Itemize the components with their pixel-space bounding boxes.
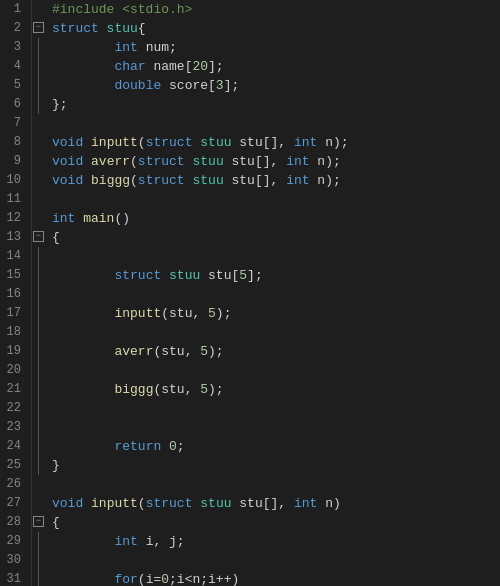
token: stuu bbox=[192, 154, 223, 169]
token: biggg bbox=[91, 173, 130, 188]
fold-vertical-line bbox=[38, 304, 39, 323]
gutter-row: − bbox=[32, 513, 46, 532]
code-line: struct stuu{ bbox=[52, 19, 500, 38]
gutter-row bbox=[32, 551, 46, 570]
token: inputt bbox=[91, 496, 138, 511]
token: stuu bbox=[200, 496, 231, 511]
token: 5 bbox=[200, 344, 208, 359]
token: { bbox=[52, 230, 60, 245]
line-number: 8 bbox=[0, 133, 25, 152]
line-number: 27 bbox=[0, 494, 25, 513]
line-number: 16 bbox=[0, 285, 25, 304]
token: ( bbox=[138, 135, 146, 150]
gutter-row bbox=[32, 152, 46, 171]
token: struct bbox=[52, 21, 107, 36]
code-line bbox=[52, 418, 500, 437]
code-line bbox=[52, 475, 500, 494]
line-number: 30 bbox=[0, 551, 25, 570]
line-number: 20 bbox=[0, 361, 25, 380]
token: stuu bbox=[200, 135, 231, 150]
token: struct bbox=[114, 268, 161, 283]
line-number: 28 bbox=[0, 513, 25, 532]
gutter-row bbox=[32, 437, 46, 456]
gutter-row: − bbox=[32, 19, 46, 38]
token bbox=[52, 268, 114, 283]
token: void bbox=[52, 154, 83, 169]
fold-vertical-line bbox=[38, 247, 39, 266]
code-line: #include <stdio.h> bbox=[52, 0, 500, 19]
token bbox=[83, 154, 91, 169]
gutter-row bbox=[32, 475, 46, 494]
code-line: return 0; bbox=[52, 437, 500, 456]
code-line bbox=[52, 285, 500, 304]
fold-button[interactable]: − bbox=[33, 516, 44, 527]
fold-button[interactable]: − bbox=[33, 231, 44, 242]
fold-vertical-line bbox=[38, 38, 39, 57]
token: struct bbox=[146, 496, 193, 511]
token: score[ bbox=[161, 78, 216, 93]
token: void bbox=[52, 135, 83, 150]
token: ; bbox=[177, 439, 185, 454]
code-line: void inputt(struct stuu stu[], int n) bbox=[52, 494, 500, 513]
token bbox=[52, 306, 114, 321]
token: }; bbox=[52, 97, 68, 112]
code-line: { bbox=[52, 513, 500, 532]
token: inputt bbox=[114, 306, 161, 321]
token: void bbox=[52, 173, 83, 188]
token: i, j; bbox=[138, 534, 185, 549]
gutter-row bbox=[32, 95, 46, 114]
token: 20 bbox=[192, 59, 208, 74]
line-number: 31 bbox=[0, 570, 25, 586]
token: 5 bbox=[208, 306, 216, 321]
token: stuu bbox=[192, 173, 223, 188]
token: int bbox=[114, 534, 137, 549]
token: struct bbox=[138, 173, 185, 188]
line-number: 29 bbox=[0, 532, 25, 551]
gutter-row bbox=[32, 38, 46, 57]
token: ( bbox=[130, 173, 138, 188]
fold-vertical-line bbox=[38, 456, 39, 475]
code-line: } bbox=[52, 456, 500, 475]
line-number: 11 bbox=[0, 190, 25, 209]
token: name[ bbox=[146, 59, 193, 74]
token bbox=[52, 59, 114, 74]
fold-vertical-line bbox=[38, 76, 39, 95]
fold-vertical-line bbox=[38, 57, 39, 76]
token: averr bbox=[114, 344, 153, 359]
code-line: char name[20]; bbox=[52, 57, 500, 76]
fold-button[interactable]: − bbox=[33, 22, 44, 33]
token: num; bbox=[138, 40, 177, 55]
gutter-row bbox=[32, 209, 46, 228]
token: 5 bbox=[239, 268, 247, 283]
token: ]; bbox=[224, 78, 240, 93]
fold-vertical-line bbox=[38, 399, 39, 418]
code-line: }; bbox=[52, 95, 500, 114]
line-number: 24 bbox=[0, 437, 25, 456]
token: averr bbox=[91, 154, 130, 169]
fold-gutter[interactable]: −−−−− bbox=[32, 0, 46, 586]
token: stuu bbox=[107, 21, 138, 36]
token: n); bbox=[317, 135, 348, 150]
token: int bbox=[286, 154, 309, 169]
token: n) bbox=[317, 496, 340, 511]
line-number: 3 bbox=[0, 38, 25, 57]
line-number: 4 bbox=[0, 57, 25, 76]
code-line bbox=[52, 323, 500, 342]
code-line: void inputt(struct stuu stu[], int n); bbox=[52, 133, 500, 152]
token: stu[ bbox=[200, 268, 239, 283]
token: struct bbox=[146, 135, 193, 150]
token: (stu, bbox=[161, 306, 208, 321]
line-number: 18 bbox=[0, 323, 25, 342]
code-line: void biggg(struct stuu stu[], int n); bbox=[52, 171, 500, 190]
token: 5 bbox=[200, 382, 208, 397]
token: for bbox=[114, 572, 137, 586]
line-number: 26 bbox=[0, 475, 25, 494]
gutter-row bbox=[32, 570, 46, 586]
token bbox=[52, 344, 114, 359]
line-number: 25 bbox=[0, 456, 25, 475]
token: { bbox=[52, 515, 60, 530]
token: stu[], bbox=[232, 135, 294, 150]
token bbox=[52, 572, 114, 586]
fold-vertical-line bbox=[38, 266, 39, 285]
token: inputt bbox=[91, 135, 138, 150]
